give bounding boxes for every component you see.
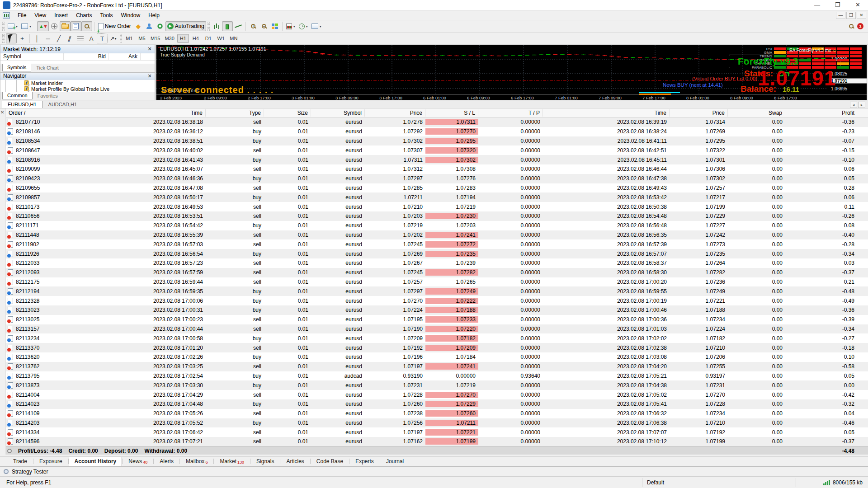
table-row[interactable]: 821123282023.02.08 17:00:06buy0.01eurusd… bbox=[6, 296, 868, 305]
table-row[interactable]: 821130232023.02.08 17:00:31buy0.01eurusd… bbox=[6, 305, 868, 315]
table-row[interactable]: 821143342023.02.08 17:06:42sell0.01eurus… bbox=[6, 427, 868, 437]
table-row[interactable]: 821119022023.02.08 16:57:03sell0.01eurus… bbox=[6, 239, 868, 249]
terminal-close-icon[interactable]: ✕ bbox=[0, 110, 4, 115]
timeframe-h4-button[interactable]: H4 bbox=[190, 34, 202, 43]
profiles-button[interactable]: ▾ bbox=[19, 21, 33, 31]
table-row[interactable]: 821132342023.02.08 17:00:58buy0.01eurusd… bbox=[6, 333, 868, 343]
table-row[interactable]: 821106562023.02.08 16:53:51sell0.01eurus… bbox=[6, 211, 868, 221]
templates-button[interactable]: ▾ bbox=[310, 21, 323, 31]
menu-view[interactable]: View bbox=[30, 11, 50, 19]
column-bid[interactable]: Bid bbox=[64, 53, 109, 60]
child-restore-button[interactable]: ❐ bbox=[846, 12, 856, 19]
column-header-order[interactable]: Order / bbox=[6, 109, 59, 117]
terminal-tab-mailbox[interactable]: Mailbox6 bbox=[180, 457, 213, 466]
table-row[interactable]: 821137952023.02.08 17:02:54buy0.01audcad… bbox=[6, 371, 868, 381]
table-row[interactable]: 821119262023.02.08 16:56:54buy0.01eurusd… bbox=[6, 249, 868, 258]
terminal-tab-alerts[interactable]: Alerts bbox=[154, 457, 179, 466]
navigator-item-market-profile-by-global-trade-live[interactable]: fMarket Profile By Global Trade Live bbox=[0, 86, 155, 92]
text-tool-button[interactable]: A bbox=[86, 33, 97, 43]
toolbar-grip[interactable] bbox=[208, 22, 210, 31]
table-row[interactable]: 821130252023.02.08 17:00:23sell0.01eurus… bbox=[6, 315, 868, 324]
autotrading-button[interactable]: ▶AutoTrading bbox=[165, 21, 206, 31]
terminal-tab-articles[interactable]: Articles bbox=[280, 457, 310, 466]
zoom-in-button[interactable]: + bbox=[248, 21, 259, 31]
table-row[interactable]: 821096552023.02.08 16:47:08sell0.01eurus… bbox=[6, 183, 868, 193]
table-row[interactable]: 821140232023.02.08 17:04:48buy0.01eurusd… bbox=[6, 399, 868, 409]
column-header-symbol[interactable]: Symbol bbox=[311, 109, 365, 117]
new-order-button[interactable]: New Order bbox=[96, 21, 133, 31]
timeframe-m15-button[interactable]: M15 bbox=[149, 34, 162, 43]
line-chart-style-button[interactable] bbox=[233, 21, 244, 31]
status-profile[interactable]: Default bbox=[642, 478, 796, 487]
menu-charts[interactable]: Charts bbox=[72, 11, 96, 19]
column-header-type[interactable]: Type bbox=[206, 109, 264, 117]
table-row[interactable]: 821138732023.02.08 17:03:30buy0.01eurusd… bbox=[6, 380, 868, 390]
strategy-tester-bar[interactable]: Strategy Tester bbox=[0, 466, 868, 476]
table-row[interactable]: 821098572023.02.08 16:50:17buy0.01eurusd… bbox=[6, 192, 868, 202]
menu-window[interactable]: Window bbox=[117, 11, 145, 19]
restore-button[interactable]: ❐ bbox=[827, 0, 848, 11]
table-row[interactable]: 821094232023.02.08 16:46:36buy0.01eurusd… bbox=[6, 174, 868, 183]
menu-tools[interactable]: Tools bbox=[96, 11, 117, 19]
column-header-time[interactable]: Time bbox=[59, 109, 206, 117]
column-ask[interactable]: Ask bbox=[109, 53, 141, 60]
column-header-time-close[interactable]: Time bbox=[543, 109, 670, 117]
timeframe-m1-button[interactable]: M1 bbox=[123, 34, 135, 43]
navigator-item-market-insider[interactable]: fMarket Insider bbox=[0, 80, 155, 86]
table-row[interactable]: 821111712023.02.08 16:54:42buy0.01eurusd… bbox=[6, 221, 868, 230]
toolbar-grip[interactable] bbox=[2, 22, 5, 31]
terminal-tab-news[interactable]: News40 bbox=[123, 457, 153, 466]
table-row[interactable]: 821136202023.02.08 17:02:26buy0.01eurusd… bbox=[6, 352, 868, 362]
menu-help[interactable]: Help bbox=[144, 11, 164, 19]
timeframe-m5-button[interactable]: M5 bbox=[136, 34, 148, 43]
arrows-tool-button[interactable]: ↗▾ bbox=[108, 33, 118, 43]
terminal-tab-exposure[interactable]: Exposure bbox=[33, 457, 68, 466]
crosshair-tool-button[interactable]: ＋ bbox=[17, 33, 28, 43]
market-watch-toggle-button[interactable]: ▲▼ bbox=[37, 21, 49, 31]
channel-tool-button[interactable]: ∥ bbox=[62, 33, 76, 43]
chart-tab-audcad-h1[interactable]: AUDCAD,H1 bbox=[42, 101, 83, 108]
horizontal-line-tool-button[interactable]: ─ bbox=[42, 33, 53, 43]
fibonacci-tool-button[interactable] bbox=[75, 33, 86, 43]
tile-windows-button[interactable] bbox=[269, 21, 280, 31]
timeframe-w1-button[interactable]: W1 bbox=[215, 34, 227, 43]
metaeditor-button[interactable]: ◆ bbox=[133, 21, 144, 31]
terminal-toggle-button[interactable] bbox=[71, 21, 81, 31]
strategy-tester-toggle-button[interactable] bbox=[81, 21, 92, 31]
navigator-tab-favorites[interactable]: Favorites bbox=[33, 92, 63, 100]
search-icon[interactable] bbox=[849, 24, 854, 28]
table-row[interactable]: 821131572023.02.08 17:00:44sell0.01eurus… bbox=[6, 324, 868, 334]
indicators-button[interactable]: ▾ bbox=[284, 21, 297, 31]
table-row[interactable]: 821141092023.02.08 17:05:26sell0.01eurus… bbox=[6, 409, 868, 418]
timeframe-m30-button[interactable]: M30 bbox=[163, 34, 176, 43]
column-symbol[interactable]: Symbol bbox=[0, 53, 64, 60]
table-row[interactable]: 821101732023.02.08 16:49:53sell0.01eurus… bbox=[6, 202, 868, 211]
chart-tabs-scroll-left-icon[interactable]: ◂ bbox=[850, 102, 857, 108]
child-minimize-button[interactable]: — bbox=[836, 12, 845, 19]
table-row[interactable]: 821145962023.02.08 17:07:21sell0.01eurus… bbox=[6, 437, 868, 446]
navigator-close-icon[interactable]: ✕ bbox=[146, 73, 153, 79]
terminal-tab-signals[interactable]: Signals bbox=[250, 457, 280, 466]
column-header-price[interactable]: Price bbox=[365, 109, 425, 117]
market-watch-tab-tick-chart[interactable]: Tick Chart bbox=[31, 64, 64, 72]
column-header-t-p[interactable]: T / P bbox=[478, 109, 543, 117]
table-row[interactable]: 821121942023.02.08 16:59:35buy0.01eurusd… bbox=[6, 286, 868, 296]
navigator-tab-common[interactable]: Common bbox=[2, 92, 33, 99]
community-button[interactable] bbox=[144, 21, 155, 31]
child-close-button[interactable]: ✕ bbox=[857, 12, 866, 19]
text-label-tool-button[interactable]: T bbox=[97, 33, 108, 43]
table-row[interactable]: 821090992023.02.08 16:45:07sell0.01eurus… bbox=[6, 164, 868, 174]
column-header-swap-close[interactable]: Swap bbox=[728, 109, 785, 117]
table-row[interactable]: 821089162023.02.08 16:41:43buy0.01eurusd… bbox=[6, 155, 868, 164]
column-header-profit-close[interactable]: Profit bbox=[785, 109, 868, 117]
data-window-button[interactable] bbox=[49, 21, 60, 31]
table-row[interactable]: 821142032023.02.08 17:05:52buy0.01eurusd… bbox=[6, 418, 868, 428]
cursor-tool-button[interactable] bbox=[6, 33, 17, 43]
close-button[interactable]: ✕ bbox=[848, 0, 868, 11]
table-row[interactable]: 821121752023.02.08 16:59:44sell0.01eurus… bbox=[6, 277, 868, 287]
menu-file[interactable]: File bbox=[14, 11, 30, 19]
market-watch-header[interactable]: Market Watch: 17:12:19 ✕ bbox=[0, 45, 155, 53]
toolbar-grip[interactable] bbox=[120, 34, 122, 43]
toolbar-grip[interactable] bbox=[2, 34, 5, 43]
chart-tab-eurusd-h1[interactable]: EURUSD,H1 bbox=[2, 101, 42, 108]
